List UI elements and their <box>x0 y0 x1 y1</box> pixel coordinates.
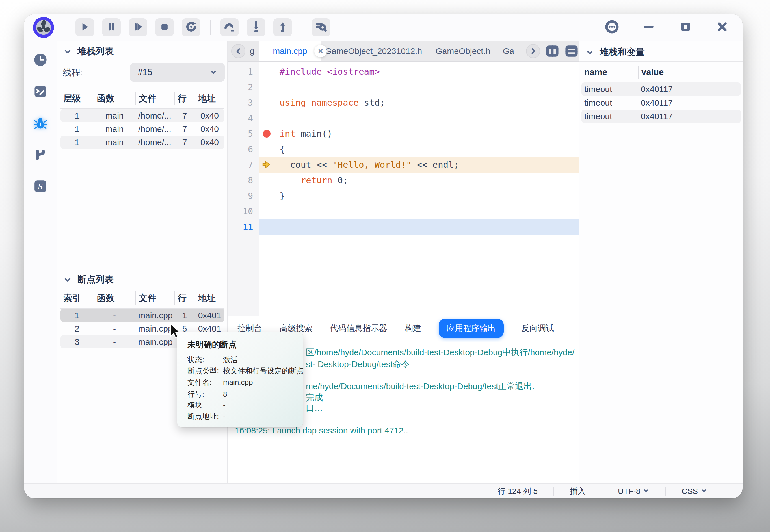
table-cell: 7 <box>174 124 195 134</box>
step-over-button[interactable] <box>220 18 239 36</box>
cursor-position[interactable]: 行 124 列 5 <box>482 486 553 497</box>
breakpoint-section-header[interactable]: 断点列表 <box>57 272 227 287</box>
code-line[interactable]: 11 <box>228 219 579 235</box>
line-highlight <box>259 204 579 219</box>
step-icon <box>132 21 143 34</box>
code-line[interactable]: 1#include <iostream> <box>228 64 579 79</box>
run-icon <box>79 21 90 34</box>
table-cell: - <box>93 311 135 320</box>
column-header[interactable]: 文件 <box>135 92 174 105</box>
line-number[interactable]: 11 <box>228 219 253 235</box>
step-out-button[interactable] <box>273 18 292 36</box>
menu-icon <box>605 20 619 35</box>
editor-tab-Ga[interactable]: Ga <box>499 41 518 61</box>
stack-section-header[interactable]: 堆栈列表 <box>57 43 227 59</box>
output-tab-代码信息指示器[interactable]: 代码信息指示器 <box>330 323 387 334</box>
table-row[interactable]: 1main/home/...70x40 <box>60 109 225 122</box>
breakpoint-section-title: 断点列表 <box>77 273 114 286</box>
tooltip-value: - <box>223 401 226 409</box>
sidebar-git-branch-icon[interactable] <box>33 147 48 162</box>
table-row[interactable]: 1main/home/...70x40 <box>60 136 225 149</box>
column-header[interactable]: 层级 <box>60 92 93 105</box>
column-header[interactable]: 行 <box>174 92 195 105</box>
run-button[interactable] <box>75 18 94 36</box>
editor-tab-GameObject.h[interactable]: GameObject.h <box>427 41 499 61</box>
line-number[interactable]: 7 <box>228 157 253 173</box>
line-number[interactable]: 6 <box>228 141 253 157</box>
restart-icon <box>185 21 197 34</box>
column-header[interactable]: 地址 <box>195 92 225 105</box>
split-horizontal-icon <box>565 45 578 58</box>
code-line[interactable]: 3using namespace std; <box>228 95 579 110</box>
search-button[interactable] <box>312 18 330 36</box>
code-editor[interactable]: 1#include <iostream>23using namespace st… <box>228 62 579 316</box>
column-header[interactable]: name <box>582 66 638 79</box>
sidebar-debug-icon[interactable] <box>33 116 48 130</box>
tab-close-button[interactable]: ✕ <box>314 45 327 57</box>
table-row[interactable]: timeout0x40117 <box>582 82 741 96</box>
code-line[interactable]: 8 return 0; <box>228 173 579 188</box>
tooltip-value: - <box>223 412 226 420</box>
stop-button[interactable] <box>155 18 174 36</box>
editor-tab-g[interactable]: g <box>245 41 260 61</box>
column-header[interactable]: 文件 <box>135 291 174 305</box>
input-mode[interactable]: 插入 <box>554 486 602 497</box>
code-line[interactable]: 2 <box>228 79 579 95</box>
split-vertical-button[interactable] <box>545 43 559 59</box>
line-number[interactable]: 4 <box>228 110 253 126</box>
table-row[interactable]: timeout0x40117 <box>582 110 741 123</box>
tab-scroll-right-button[interactable] <box>526 44 540 58</box>
tab-scroll-left-button[interactable] <box>231 44 245 58</box>
code-line[interactable]: 10 <box>228 204 579 219</box>
table-row[interactable]: 1-main.cpp10x401 <box>60 309 225 322</box>
code-text: return 0; <box>280 173 348 188</box>
maximize-button[interactable] <box>678 20 693 35</box>
column-header[interactable]: 函数 <box>93 92 135 105</box>
line-number[interactable]: 10 <box>228 204 253 219</box>
pause-button[interactable] <box>102 18 121 36</box>
code-line[interactable]: 5int main() <box>228 126 579 141</box>
line-number[interactable]: 5 <box>228 126 253 141</box>
line-number[interactable]: 3 <box>228 95 253 110</box>
search-icon <box>315 21 327 34</box>
editor-tab-main.cpp[interactable]: main.cpp✕ <box>260 41 321 61</box>
restart-button[interactable] <box>182 18 201 36</box>
output-tab-应用程序输出[interactable]: 应用程序输出 <box>439 319 504 338</box>
step-button[interactable] <box>129 18 147 36</box>
editor-tab-GameObject_20231012.h[interactable]: GameObject_20231012.h <box>321 41 427 61</box>
breakpoint-dot-icon[interactable] <box>263 130 271 138</box>
column-header[interactable]: 地址 <box>195 291 225 305</box>
line-number[interactable]: 2 <box>228 79 253 95</box>
code-line[interactable]: 4 <box>228 110 579 126</box>
sidebar-s-logo-icon[interactable]: S <box>33 179 48 194</box>
column-header[interactable]: 行 <box>174 291 195 305</box>
language-select[interactable]: CSS <box>666 487 723 496</box>
code-line[interactable]: 9} <box>228 188 579 204</box>
encoding-select[interactable]: UTF-8 <box>602 487 665 496</box>
code-line[interactable]: 6{ <box>228 141 579 157</box>
close-button[interactable] <box>715 20 730 35</box>
thread-label: 线程: <box>63 67 83 79</box>
variables-section-header[interactable]: 堆栈和变量 <box>579 43 743 62</box>
line-number[interactable]: 1 <box>228 64 253 79</box>
column-header[interactable]: 索引 <box>60 291 93 305</box>
column-header[interactable]: 函数 <box>93 291 135 305</box>
sidebar-terminal-icon[interactable] <box>33 84 48 99</box>
column-header[interactable]: value <box>638 66 740 79</box>
thread-select[interactable]: #15 <box>130 63 225 82</box>
menu-button[interactable] <box>605 20 619 35</box>
sidebar-history-icon[interactable] <box>33 53 48 67</box>
step-into-button[interactable] <box>247 18 266 36</box>
line-number[interactable]: 9 <box>228 188 253 204</box>
line-highlight <box>259 79 579 95</box>
code-line[interactable]: 7 cout << "Hello, World!" << endl; <box>228 157 579 173</box>
table-cell: 3 <box>60 337 93 347</box>
table-row[interactable]: timeout0x40117 <box>582 96 741 110</box>
split-horizontal-button[interactable] <box>564 43 579 59</box>
output-tab-反向调试[interactable]: 反向调试 <box>521 323 554 334</box>
minimize-button[interactable] <box>641 20 656 35</box>
output-tab-构建[interactable]: 构建 <box>405 323 421 334</box>
line-number[interactable]: 8 <box>228 173 253 188</box>
table-row[interactable]: 1main/home/...70x40 <box>60 122 225 136</box>
tab-label: main.cpp <box>273 46 307 56</box>
